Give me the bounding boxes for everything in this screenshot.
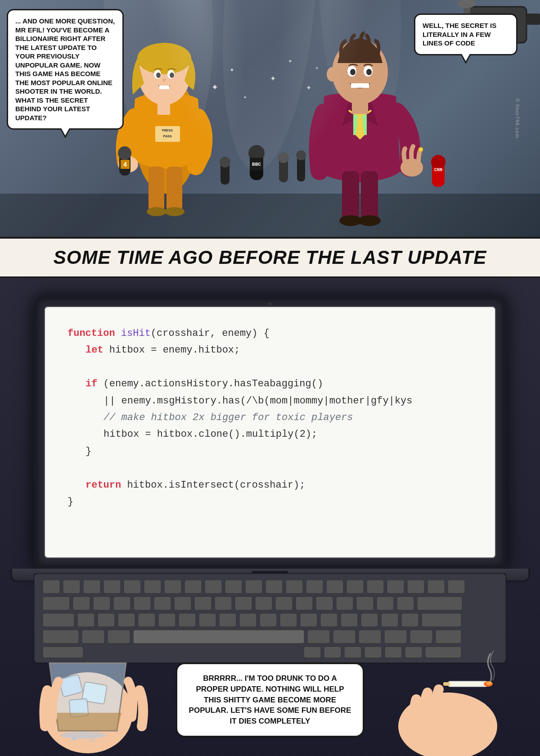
svg-text:✦: ✦ [212,81,218,94]
svg-point-158 [486,681,492,685]
svg-rect-22 [166,167,182,212]
svg-rect-72 [83,580,100,593]
svg-point-151 [61,732,106,739]
svg-text:BBC: BBC [252,162,261,167]
svg-rect-96 [154,597,171,610]
svg-rect-132 [133,630,304,643]
svg-text:✦: ✦ [270,73,276,84]
svg-point-30 [350,69,356,75]
svg-rect-123 [320,613,338,627]
svg-point-28 [347,66,356,77]
svg-rect-78 [205,580,222,593]
svg-text:✦: ✦ [306,82,311,93]
code-line-10: return hitbox.isIntersect(crosshair); [86,477,472,493]
svg-rect-118 [219,613,236,627]
svg-rect-92 [73,597,90,610]
svg-rect-37 [361,171,378,221]
svg-rect-126 [381,613,398,627]
svg-point-11 [167,70,175,79]
middle-banner: SOME TIME AGO BEFORE THE LAST UPDATE [0,239,540,278]
svg-rect-115 [158,613,176,627]
svg-rect-137 [410,630,432,643]
svg-rect-81 [266,580,283,593]
svg-rect-138 [436,630,461,643]
laptop-camera [268,302,272,306]
svg-point-12 [156,72,161,78]
svg-rect-98 [194,597,212,610]
svg-text:4: 4 [123,161,127,168]
svg-point-40 [418,147,423,152]
svg-rect-121 [280,613,297,627]
svg-point-33 [327,67,338,81]
svg-text:✦: ✦ [230,65,234,74]
svg-rect-140 [304,647,321,658]
svg-rect-70 [43,580,60,593]
svg-text:✦: ✦ [315,64,319,72]
bottom-panel: function isHit(crosshair, enemy) { let h… [0,278,540,756]
svg-rect-21 [148,167,164,212]
svg-point-26 [357,117,363,123]
svg-point-39 [358,215,381,226]
svg-point-152 [72,737,76,741]
svg-rect-131 [108,630,130,643]
bottom-scene: BRRRRR... I'M TOO DRUNK TO DO A PROPER U… [34,573,506,756]
svg-point-9 [137,43,191,74]
svg-point-51 [278,152,289,163]
svg-rect-82 [286,580,303,593]
svg-rect-80 [245,580,262,593]
code-line-5: || enemy.msgHistory.has(/\b(mom|mommy|mo… [104,393,472,409]
svg-rect-116 [179,613,196,627]
svg-rect-75 [144,580,161,593]
svg-rect-95 [134,597,151,610]
laptop-screen-outer: function isHit(crosshair, enemy) { let h… [34,296,506,569]
svg-rect-155 [448,681,488,687]
svg-rect-125 [361,613,378,627]
svg-rect-119 [239,613,256,627]
svg-rect-124 [341,613,358,627]
svg-rect-129 [43,630,79,643]
svg-rect-83 [306,580,323,593]
svg-rect-142 [344,647,361,658]
svg-rect-130 [82,630,104,643]
svg-rect-112 [98,613,115,627]
svg-rect-91 [43,597,70,610]
svg-rect-105 [336,597,353,610]
svg-rect-34 [352,101,368,114]
svg-point-1 [210,0,329,174]
svg-rect-93 [93,597,110,610]
comic-container: © floor796.com PRESS PASS [0,0,540,756]
code-line-8: } [86,443,472,460]
svg-rect-71 [63,580,80,593]
banner-text: SOME TIME AGO BEFORE THE LAST UPDATE [9,247,531,268]
svg-rect-76 [164,580,181,593]
speech-bubble-right: WELL, THE SECRET IS LITERALLY IN A FEW L… [414,14,518,55]
svg-rect-136 [384,630,407,643]
svg-rect-85 [346,580,364,593]
code-line-7: hitbox = hitbox.clone().multiply(2); [104,426,472,443]
speech-right-text: WELL, THE SECRET IS LITERALLY IN A FEW L… [423,22,496,47]
svg-rect-108 [397,597,414,610]
svg-rect-133 [307,630,330,643]
svg-rect-110 [43,613,74,627]
laptop-screen: function isHit(crosshair, enemy) { let h… [44,306,496,558]
svg-rect-134 [333,630,356,643]
svg-point-53 [296,150,306,160]
svg-rect-77 [184,580,202,593]
svg-rect-120 [260,613,277,627]
svg-rect-128 [422,613,461,627]
code-line-11: } [68,493,472,510]
svg-rect-114 [138,613,155,627]
code-line-4: if (enemy.actionsHistory.hasTeabagging() [86,376,472,392]
svg-rect-127 [401,613,418,627]
svg-point-23 [147,207,166,216]
svg-rect-90 [448,580,465,593]
svg-rect-87 [387,580,404,593]
svg-rect-55 [526,14,540,25]
svg-point-49 [220,157,230,167]
top-panel: © floor796.com PRESS PASS [0,0,540,239]
svg-rect-122 [300,613,317,627]
speech-left-text: ... AND ONE MORE QUESTION, MR EFIL! YOU'… [15,17,115,122]
svg-rect-73 [104,580,121,593]
svg-text:PRESS: PRESS [162,128,173,132]
copyright-text: © floor796.com [515,99,521,139]
